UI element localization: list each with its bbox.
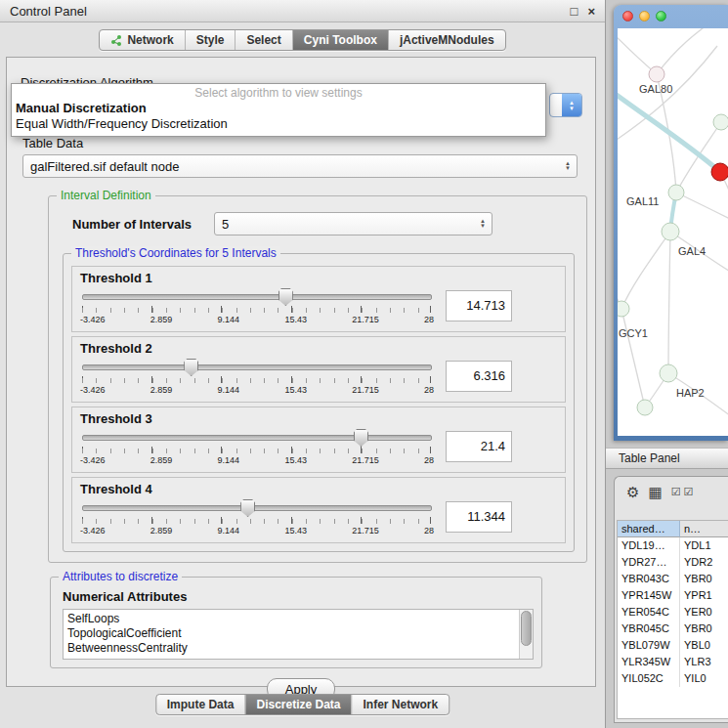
table-row[interactable]: YER054C YER0	[618, 604, 728, 621]
threshold-1-slider[interactable]: -3.426 2.859 9.144 15.43 21.715 28	[80, 287, 434, 328]
slider-ticks	[82, 306, 432, 313]
slider-thumb[interactable]	[278, 288, 293, 306]
combo-arrows-icon: ▲▼	[480, 219, 486, 229]
threshold-box-1: Threshold 1 -3.426 2.859 9.144 1	[71, 266, 566, 332]
gear-icon[interactable]: ⚙	[626, 485, 639, 499]
window-controls	[622, 11, 666, 21]
table-row[interactable]: YBR043C YBR0	[618, 571, 728, 587]
slider-ticks	[82, 376, 432, 383]
network-node	[660, 364, 677, 382]
table-header-row: shared… n…	[618, 521, 728, 537]
top-tabs: Network Style Select Cyni Toolbox jActiv…	[99, 29, 505, 51]
slider-track	[82, 364, 432, 370]
close-traffic-light-icon[interactable]	[622, 11, 633, 21]
network-highlight-edges	[618, 87, 720, 232]
tab-discretize-data[interactable]: Discretize Data	[244, 695, 351, 714]
control-panel-window: Control Panel □ ×	[0, 0, 606, 728]
tab-infer-network[interactable]: Infer Network	[352, 695, 450, 714]
slider-thumb[interactable]	[240, 499, 255, 517]
thresholds-group-title: Threshold's Coordinates for 5 Intervals	[71, 246, 280, 260]
close-icon[interactable]: ×	[587, 4, 595, 19]
slider-ticks	[82, 447, 432, 453]
tab-network-label: Network	[127, 33, 173, 47]
minimize-traffic-light-icon[interactable]	[639, 11, 650, 21]
threshold-1-value[interactable]: 14.713	[446, 290, 512, 321]
threshold-3-value[interactable]: 21.4	[446, 431, 512, 462]
tab-network[interactable]: Network	[100, 30, 184, 50]
bottom-tabs: Impute Data Discretize Data Infer Networ…	[155, 694, 450, 715]
number-of-intervals-row: Number of Intervals 5 ▲▼	[72, 212, 586, 236]
node-label: GAL4	[678, 245, 706, 257]
table-data-selected: galFiltered.sif default node	[30, 159, 565, 174]
table-row[interactable]: YDL19… YDL1	[618, 537, 728, 554]
table-panel-header: Table Panel	[606, 448, 728, 469]
column-header-shared-name[interactable]: shared…	[618, 521, 680, 537]
window-title: Control Panel	[10, 4, 87, 19]
select-checkbox-icon[interactable]: ☑	[684, 486, 695, 498]
network-node	[618, 301, 629, 317]
list-item[interactable]: SelfLoops	[67, 612, 519, 626]
thresholds-group: Threshold's Coordinates for 5 Intervals …	[63, 253, 575, 552]
table-row[interactable]: YBL079W YBL0	[618, 637, 728, 654]
slider-track	[82, 294, 432, 300]
control-panel-titlebar: Control Panel □ ×	[0, 0, 605, 22]
node-label: GAL11	[626, 195, 659, 207]
tab-select[interactable]: Select	[235, 30, 291, 50]
slider-track	[82, 505, 432, 511]
option-equal-width-frequency[interactable]: Equal Width/Frequency Discretization	[12, 116, 545, 132]
table-row[interactable]: YPR145W YPR1	[618, 587, 728, 604]
column-header-name[interactable]: n…	[680, 521, 728, 537]
network-node	[668, 185, 684, 200]
network-view-window: GAL80 GAL11 GAL4 GCY1 HAP2	[614, 5, 728, 441]
numerical-attributes-label: Numerical Attributes	[63, 589, 541, 604]
algorithm-combo[interactable]: ▲▼	[549, 93, 582, 117]
tab-cyni-toolbox[interactable]: Cyni Toolbox	[292, 30, 388, 50]
slider-scale: -3.426 2.859 9.144 15.43 21.715 28	[80, 315, 434, 324]
network-glyph-icon	[110, 34, 122, 46]
columns-icon[interactable]: ▦	[648, 485, 662, 499]
slider-thumb[interactable]	[184, 359, 198, 376]
threshold-box-4: Threshold 4 -3.426 2.859 9.144 1	[71, 477, 566, 543]
tab-impute-data[interactable]: Impute Data	[156, 695, 245, 714]
combo-arrows-icon: ▲▼	[562, 94, 581, 116]
network-node	[649, 66, 664, 82]
number-of-intervals-value: 5	[222, 217, 480, 232]
tab-jactivemnodules[interactable]: jActiveMNodules	[388, 30, 505, 50]
slider-thumb[interactable]	[354, 429, 368, 447]
table-row[interactable]: YIL052C YIL0	[618, 670, 728, 687]
screen: Control Panel □ ×	[0, 0, 728, 728]
threshold-2-value[interactable]: 6.316	[446, 361, 512, 392]
table-row[interactable]: YDR27… YDR2	[618, 554, 728, 571]
option-manual-discretization[interactable]: Manual Discretization	[12, 101, 545, 116]
float-window-icon[interactable]: □	[571, 4, 578, 19]
interval-definition-title: Interval Definition	[57, 189, 155, 202]
node-label: GAL80	[639, 83, 672, 95]
list-item[interactable]: BetweennessCentrality	[67, 641, 519, 656]
list-item[interactable]: TopologicalCoefficient	[67, 626, 519, 641]
numerical-attributes-list: SelfLoops TopologicalCoefficient Between…	[63, 609, 534, 660]
threshold-4-slider[interactable]: -3.426 2.859 9.144 15.43 21.715 28	[80, 498, 434, 539]
slider-ticks	[82, 517, 432, 524]
threshold-box-2: Threshold 2 -3.426 2.859 9.144 1	[71, 336, 566, 403]
table-row[interactable]: YLR345W YLR3	[618, 654, 728, 670]
node-label: HAP2	[676, 387, 705, 399]
select-checkbox-icon[interactable]: ☑	[671, 486, 682, 498]
slider-scale: -3.426 2.859 9.144 15.43 21.715 28	[80, 385, 434, 395]
slider-scale: -3.426 2.859 9.144 15.43 21.715 28	[80, 526, 434, 535]
list-scrollbar-thumb[interactable]	[521, 611, 532, 646]
threshold-2-slider[interactable]: -3.426 2.859 9.144 15.43 21.715 28	[80, 358, 434, 399]
tab-style[interactable]: Style	[185, 30, 236, 50]
node-attribute-table: shared… n… YDL19… YDL1 YDR27… YDR2 YBR04…	[617, 520, 728, 719]
table-row[interactable]: YBR045C YBR0	[618, 621, 728, 637]
table-data-combo[interactable]: galFiltered.sif default node ▲▼	[22, 154, 578, 178]
number-of-intervals-label: Number of Intervals	[72, 217, 214, 232]
algorithm-placeholder: Select algorithm to view settings	[12, 86, 545, 101]
threshold-4-value[interactable]: 11.344	[446, 501, 512, 533]
list-scrollbar[interactable]	[519, 610, 533, 659]
number-of-intervals-combo[interactable]: 5 ▲▼	[214, 212, 492, 236]
zoom-traffic-light-icon[interactable]	[656, 11, 666, 21]
threshold-3-slider[interactable]: -3.426 2.859 9.144 15.43 21.715 28	[80, 428, 434, 469]
network-canvas[interactable]: GAL80 GAL11 GAL4 GCY1 HAP2	[618, 28, 728, 436]
top-tabbar: Network Style Select Cyni Toolbox jActiv…	[0, 22, 605, 58]
network-node	[662, 223, 679, 240]
